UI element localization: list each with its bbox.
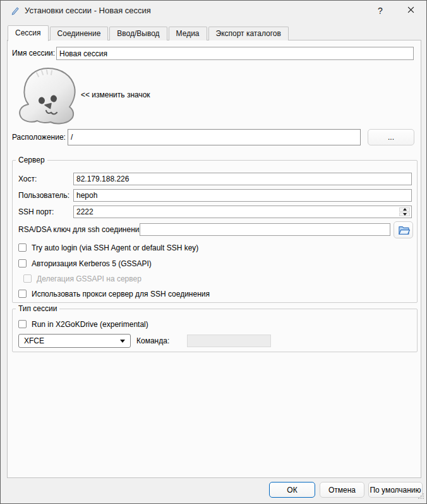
x2go-seal-icon[interactable] bbox=[16, 65, 80, 128]
kdrive-checkbox[interactable] bbox=[18, 320, 27, 328]
kdrive-checkbox-row[interactable]: Run in X2GoKDrive (experimental) bbox=[18, 319, 148, 329]
gssapi-delegation-checkbox bbox=[23, 274, 32, 283]
defaults-button[interactable]: По умолчанию bbox=[368, 482, 423, 498]
tab-connection[interactable]: Соединение bbox=[50, 27, 109, 40]
ssh-key-label: RSA/DSA ключ для ssh соединения: bbox=[18, 223, 145, 236]
autologin-checkbox[interactable] bbox=[18, 243, 27, 252]
autologin-checkbox-row[interactable]: Try auto login (via SSH Agent or default… bbox=[18, 243, 198, 252]
arrow-up-icon bbox=[403, 208, 407, 211]
tab-shared-folders[interactable]: Экспорт каталогов bbox=[208, 27, 289, 40]
browse-path-button[interactable]: ... bbox=[368, 129, 414, 145]
change-icon-hint: << изменить значок bbox=[81, 90, 150, 99]
chevron-down-icon bbox=[120, 340, 125, 343]
tab-input-output[interactable]: Ввод/Вывод bbox=[109, 27, 167, 40]
kdrive-checkbox-label: Run in X2GoKDrive (experimental) bbox=[32, 320, 148, 329]
close-icon bbox=[407, 6, 414, 15]
ssh-proxy-checkbox-label: Использовать прокси сервер для SSH соеди… bbox=[32, 290, 210, 298]
gssapi-delegation-checkbox-row: Делегация GSSAPI на сервер bbox=[23, 274, 141, 283]
gssapi-delegation-checkbox-label: Делегация GSSAPI на сервер bbox=[37, 274, 141, 283]
desktop-environment-select[interactable]: XFCE bbox=[18, 334, 131, 348]
kerberos-checkbox-row[interactable]: Авторизация Kerberos 5 (GSSAPI) bbox=[18, 259, 152, 268]
session-name-label: Имя сессии: bbox=[12, 47, 55, 60]
command-input bbox=[187, 335, 271, 347]
spin-down-button[interactable] bbox=[399, 212, 410, 217]
open-folder-icon bbox=[397, 225, 410, 234]
tab-session[interactable]: Сессия bbox=[8, 25, 49, 41]
ssh-port-label: SSH порт: bbox=[18, 206, 54, 218]
tab-media[interactable]: Медиа bbox=[169, 27, 207, 40]
spin-buttons bbox=[399, 207, 410, 216]
kerberos-checkbox[interactable] bbox=[18, 259, 27, 267]
session-type-group-title: Тип сессии bbox=[16, 304, 59, 313]
help-button[interactable]: ? bbox=[366, 1, 394, 20]
ok-button[interactable]: ОК bbox=[269, 482, 315, 498]
resize-grip-icon[interactable] bbox=[418, 493, 424, 501]
session-name-input[interactable] bbox=[56, 47, 414, 60]
user-input[interactable] bbox=[73, 189, 412, 202]
server-group-title: Сервер bbox=[16, 156, 47, 164]
autologin-checkbox-label: Try auto login (via SSH Agent or default… bbox=[32, 243, 198, 252]
ssh-port-value: 2222 bbox=[76, 207, 93, 216]
spin-up-button[interactable] bbox=[399, 207, 410, 212]
kerberos-checkbox-label: Авторизация Kerberos 5 (GSSAPI) bbox=[32, 259, 152, 268]
session-path-label: Расположение: bbox=[12, 129, 66, 145]
ssh-proxy-checkbox-row[interactable]: Использовать прокси сервер для SSH соеди… bbox=[18, 289, 210, 298]
ssh-key-input[interactable] bbox=[140, 223, 390, 236]
cancel-button[interactable]: Отмена bbox=[320, 482, 364, 498]
ssh-key-browse-button[interactable] bbox=[394, 221, 413, 238]
window-title: Установки сессии - Новая сессия bbox=[25, 1, 151, 20]
command-label: Команда: bbox=[136, 334, 169, 348]
host-label: Хост: bbox=[18, 173, 37, 185]
pencil-edit-icon bbox=[11, 6, 20, 15]
ssh-port-stepper[interactable]: 2222 bbox=[73, 206, 412, 218]
session-preferences-dialog: Установки сессии - Новая сессия ? Сессия… bbox=[0, 0, 427, 504]
desktop-environment-value: XFCE bbox=[24, 336, 44, 345]
tab-bar: Сессия Соединение Ввод/Вывод Медиа Экспо… bbox=[8, 25, 290, 40]
session-path-input[interactable] bbox=[68, 129, 361, 145]
close-button[interactable] bbox=[397, 1, 424, 20]
titlebar[interactable]: Установки сессии - Новая сессия ? bbox=[1, 1, 426, 21]
host-input[interactable] bbox=[73, 173, 412, 185]
ssh-proxy-checkbox[interactable] bbox=[18, 290, 27, 298]
user-label: Пользователь: bbox=[18, 189, 69, 202]
arrow-down-icon bbox=[403, 213, 407, 216]
